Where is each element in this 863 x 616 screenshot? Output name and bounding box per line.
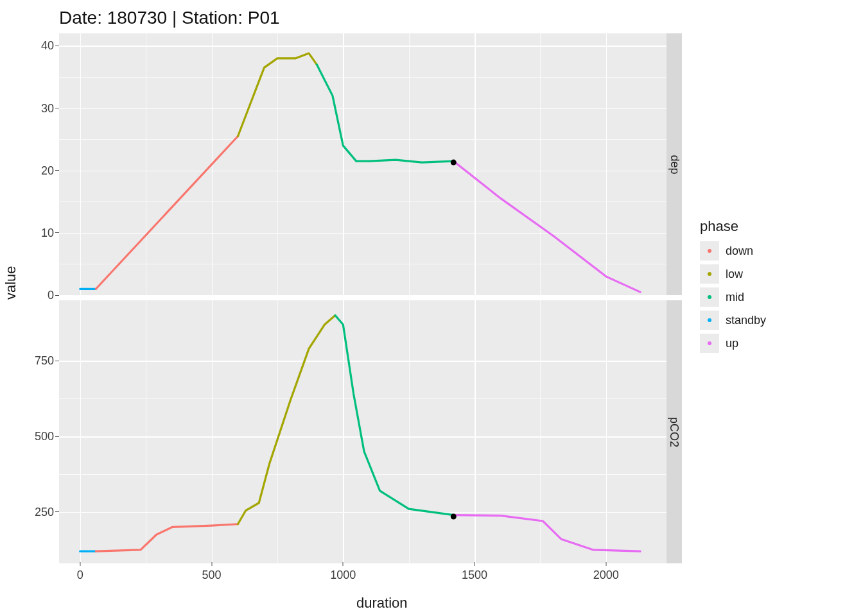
series-up	[453, 161, 640, 292]
legend-item-mid: mid	[700, 287, 848, 307]
legend-swatch	[700, 241, 719, 261]
y-tick-label: 750	[35, 354, 59, 368]
legend-item-low: low	[700, 264, 848, 284]
x-tick-row: 0500100015002000	[59, 566, 667, 585]
page-title: Date: 180730 | Station: P01	[59, 8, 280, 28]
facet-label-dep: dep	[668, 155, 681, 174]
series-down	[96, 136, 238, 289]
legend-swatch	[700, 287, 719, 307]
legend-label: up	[726, 337, 738, 350]
x-tick-label: 1500	[462, 569, 487, 582]
y-tick-label: 500	[35, 430, 59, 443]
marker-point	[451, 160, 457, 166]
x-tick-label: 0	[77, 569, 83, 582]
y-tick-label: 0	[48, 289, 59, 302]
plot-container: Date: 180730 | Station: P01 value durati…	[0, 0, 863, 616]
marker-point	[451, 513, 457, 519]
legend-label: mid	[726, 291, 744, 304]
legend-label: standby	[726, 314, 766, 327]
legend-item-standby: standby	[700, 311, 848, 330]
series-low	[238, 316, 335, 524]
series-mid	[317, 65, 453, 163]
plot-area: 010203040 dep 250500750 pCO2 05001000150…	[59, 33, 682, 585]
legend-swatch	[700, 311, 719, 330]
facet-panel-dep: 010203040	[59, 33, 667, 295]
legend-dot-icon	[708, 318, 711, 322]
y-tick-label: 10	[41, 226, 59, 239]
facet-label-pco2: pCO2	[668, 416, 681, 447]
legend: phase downlowmidstandbyup	[700, 218, 848, 357]
series-up	[453, 515, 640, 552]
legend-dot-icon	[708, 272, 711, 276]
legend-label: down	[726, 244, 753, 258]
series-mid	[335, 316, 453, 515]
x-tick-label: 2000	[593, 569, 619, 582]
facet-panel-pco2: 250500750	[59, 300, 667, 563]
legend-item-up: up	[700, 334, 848, 353]
facet-strip-dep: dep	[667, 33, 682, 295]
series-down	[96, 524, 238, 551]
legend-item-down: down	[700, 241, 848, 261]
legend-dot-icon	[708, 249, 711, 253]
y-tick-label: 20	[41, 164, 59, 177]
legend-swatch	[700, 264, 719, 284]
legend-dot-icon	[708, 295, 711, 299]
y-axis-label: value	[3, 266, 19, 300]
legend-label: low	[726, 268, 743, 281]
y-tick-label: 40	[41, 39, 59, 53]
x-tick-label: 500	[202, 569, 221, 582]
facet-strip-pco2: pCO2	[667, 300, 682, 563]
legend-title: phase	[700, 218, 848, 235]
y-tick-label: 30	[41, 101, 59, 115]
x-tick-label: 1000	[330, 569, 356, 582]
legend-swatch	[700, 334, 719, 353]
x-axis-label: duration	[356, 595, 408, 612]
y-tick-label: 250	[35, 505, 59, 518]
legend-dot-icon	[708, 341, 711, 345]
